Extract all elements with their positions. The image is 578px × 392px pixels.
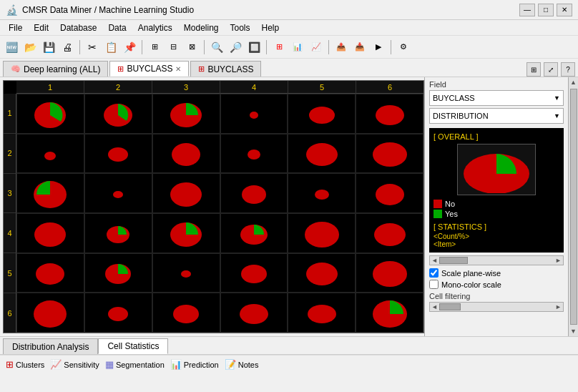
cell-5-2[interactable] (84, 253, 152, 293)
cell-2-3[interactable] (152, 134, 220, 174)
tb-zoom1[interactable]: 🔍 (208, 39, 225, 56)
cell-4-3[interactable] (152, 213, 220, 253)
cell-1-3[interactable] (152, 94, 220, 134)
tab-buyclass-1[interactable]: ⊞ BUYCLASS ✕ (109, 61, 189, 77)
cell-6-4[interactable] (220, 293, 288, 333)
cell-5-1[interactable] (16, 253, 84, 293)
cell-4-1[interactable] (16, 213, 84, 253)
tb-print[interactable]: 🖨 (59, 39, 76, 56)
cell-5-6[interactable] (356, 253, 423, 293)
tb-chart3[interactable]: 📈 (308, 39, 325, 56)
tb-settings[interactable]: ⚙ (395, 39, 412, 56)
app-icon: 🔬 (6, 4, 18, 16)
h-scroll-thumb[interactable] (439, 257, 468, 264)
cell-1-5[interactable] (288, 94, 356, 134)
cell-2-4[interactable] (220, 134, 288, 174)
maximize-button[interactable]: □ (538, 4, 554, 16)
menu-modeling[interactable]: Modeling (178, 21, 225, 34)
tb-chart1[interactable]: ⊞ (270, 39, 288, 56)
pie-2-2 (99, 139, 137, 167)
cell-5-3[interactable] (152, 253, 220, 293)
mono-color-checkbox[interactable] (429, 280, 439, 289)
tb-chart2[interactable]: 📊 (289, 39, 306, 56)
tb-zoom3[interactable]: 🔲 (245, 39, 263, 56)
scroll-up-arrow[interactable]: ▲ (569, 77, 578, 87)
tab-expand-btn[interactable]: ⤢ (544, 62, 558, 77)
tb-cut[interactable]: ✂ (84, 39, 101, 56)
cell-1-1[interactable] (16, 94, 84, 134)
row-label-4: 4 (4, 213, 16, 253)
cf-scroll-thumb[interactable] (439, 303, 461, 310)
menu-file[interactable]: File (3, 21, 28, 34)
cell-6-5[interactable] (288, 293, 356, 333)
cf-scroll-left[interactable]: ◄ (431, 303, 438, 310)
menu-database[interactable]: Database (54, 21, 102, 34)
close-button[interactable]: ✕ (557, 4, 572, 16)
tb-grid1[interactable]: ⊞ (146, 39, 163, 56)
row-label-1: 1 (4, 94, 16, 134)
menu-data[interactable]: Data (102, 21, 132, 34)
cell-2-1[interactable] (16, 134, 84, 174)
cell-6-6[interactable] (356, 293, 423, 333)
tool-sensitivity[interactable]: 📈 Sensitivity (50, 359, 99, 370)
tb-zoom2[interactable]: 🔎 (227, 39, 244, 56)
cell-4-4[interactable] (220, 213, 288, 253)
tb-grid2[interactable]: ⊟ (165, 39, 182, 56)
cell-1-4[interactable] (220, 94, 288, 134)
menu-tools[interactable]: Tools (225, 21, 256, 34)
tab-grid-btn[interactable]: ⊞ (526, 62, 541, 77)
cell-4-5[interactable] (288, 213, 356, 253)
cell-2-5[interactable] (288, 134, 356, 174)
tab-buyclass-2[interactable]: ⊞ BUYCLASS (190, 61, 261, 77)
cell-5-5[interactable] (288, 253, 356, 293)
scroll-thumb[interactable] (570, 89, 577, 325)
minimize-button[interactable]: — (519, 4, 535, 16)
chart-area: 1 2 3 4 5 6 1 2 3 4 5 6 (3, 80, 424, 333)
cell-1-2[interactable] (84, 94, 152, 134)
h-scroll-left[interactable]: ◄ (431, 257, 438, 264)
field-select-1[interactable]: BUYCLASS ▼ (429, 90, 564, 106)
menu-analytics[interactable]: Analytics (132, 21, 178, 34)
cell-6-1[interactable] (16, 293, 84, 333)
tb-save[interactable]: 💾 (40, 39, 57, 56)
tab-cell-statistics[interactable]: Cell Statistics (98, 338, 168, 354)
cell-6-2[interactable] (84, 293, 152, 333)
cell-2-6[interactable] (356, 134, 423, 174)
cell-3-6[interactable] (356, 173, 423, 213)
tab-distribution-analysis[interactable]: Distribution Analysis (3, 338, 98, 354)
cell-4-6[interactable] (356, 213, 423, 253)
tool-clusters[interactable]: ⊞ Clusters (6, 359, 44, 370)
tb-grid3[interactable]: ⊠ (183, 39, 200, 56)
tb-run[interactable]: ▶ (370, 39, 387, 56)
tab-help-btn[interactable]: ? (561, 62, 575, 77)
cell-6-3[interactable] (152, 293, 220, 333)
cell-1-6[interactable] (356, 94, 423, 134)
cell-5-4[interactable] (220, 253, 288, 293)
tab-deep-learning[interactable]: 🧠 Deep learning (ALL) (3, 61, 108, 77)
tool-prediction[interactable]: 📊 Prediction (170, 359, 219, 370)
tb-new[interactable]: 🆕 (3, 39, 20, 56)
field-select-2[interactable]: DISTRIBUTION ▼ (429, 108, 564, 124)
tb-paste[interactable]: 📌 (121, 39, 138, 56)
menu-help[interactable]: Help (256, 21, 285, 34)
cell-3-4[interactable] (220, 173, 288, 213)
cf-scroll-right[interactable]: ► (555, 303, 562, 310)
cell-2-2[interactable] (84, 134, 152, 174)
h-scroll-right[interactable]: ► (555, 257, 562, 264)
tb-import[interactable]: 📥 (351, 39, 368, 56)
menu-edit[interactable]: Edit (28, 21, 54, 34)
cell-3-2[interactable] (84, 173, 152, 213)
scroll-down-arrow[interactable]: ▼ (569, 326, 578, 336)
tb-open[interactable]: 📂 (21, 39, 39, 56)
legend-no-color (434, 200, 442, 208)
cell-4-2[interactable] (84, 213, 152, 253)
tab-bc1-close[interactable]: ✕ (175, 65, 181, 73)
tool-segmentation[interactable]: ▦ Segmentation (105, 359, 165, 370)
cell-3-5[interactable] (288, 173, 356, 213)
tb-copy[interactable]: 📋 (102, 39, 119, 56)
cell-3-1[interactable] (16, 173, 84, 213)
tool-notes[interactable]: 📝 Notes (225, 359, 259, 370)
cell-3-3[interactable] (152, 173, 220, 213)
scale-plane-checkbox[interactable] (429, 268, 439, 278)
tb-export[interactable]: 📤 (333, 39, 350, 56)
